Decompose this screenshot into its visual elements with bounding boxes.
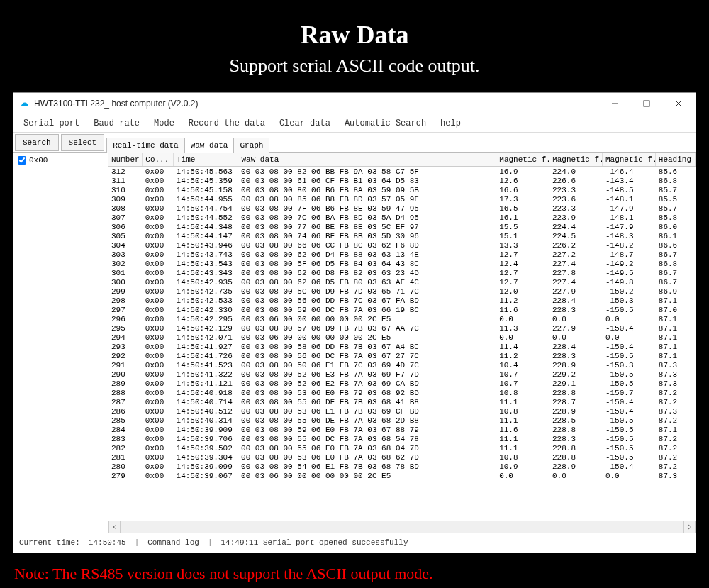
table-cell: 14:50:41.927 [174, 342, 239, 351]
table-row[interactable]: 3050x0014:50:44.14700 03 08 00 74 06 BF … [108, 231, 696, 240]
table-row[interactable]: 2900x0014:50:41.32200 03 08 00 52 06 E3 … [108, 370, 696, 379]
table-row[interactable]: 3030x0014:50:43.74300 03 08 00 62 06 D4 … [108, 250, 696, 259]
scroll-left-arrow[interactable] [108, 521, 121, 533]
table-cell: 87.1 [656, 323, 696, 333]
table-cell: -150.7 [603, 388, 656, 397]
col-co[interactable]: Co... [143, 153, 174, 167]
table-row[interactable]: 3090x0014:50:44.95500 03 08 00 85 06 B8 … [108, 194, 696, 204]
table-cell: 00 03 08 00 55 06 DE FB 7A 03 68 2D B8 [238, 416, 496, 425]
col-heading[interactable]: Heading [655, 153, 695, 167]
table-cell: 295 [108, 323, 143, 333]
table-cell: 288 [108, 388, 143, 397]
table-row[interactable]: 2830x0014:50:39.70600 03 08 00 55 06 DC … [108, 434, 696, 443]
table-cell: 15.5 [496, 222, 549, 231]
table-cell: 00 03 08 00 52 06 E3 FB 7A 03 69 F7 7D [238, 370, 496, 379]
table-row[interactable]: 2810x0014:50:39.30400 03 08 00 53 06 E0 … [108, 453, 696, 462]
table-row[interactable]: 3040x0014:50:43.94600 03 08 00 66 06 CC … [108, 240, 696, 250]
minimize-button[interactable] [598, 94, 630, 113]
close-button[interactable] [662, 94, 694, 113]
table-cell: 0x00 [143, 453, 174, 462]
table-row[interactable]: 2910x0014:50:41.52300 03 08 00 50 06 E1 … [108, 360, 696, 370]
table-cell: 0x00 [143, 231, 174, 240]
col-mag2[interactable]: Magnetic f... [549, 153, 603, 167]
col-mag3[interactable]: Magnetic f... [602, 153, 655, 167]
table-cell: 86.6 [656, 240, 696, 250]
table-row[interactable]: 2960x0014:50:42.29500 03 06 00 00 00 00 … [108, 314, 696, 323]
col-time[interactable]: Time [173, 153, 238, 167]
menu-serial-port[interactable]: Serial port [18, 116, 85, 131]
table-cell: 310 [108, 185, 143, 194]
table-row[interactable]: 2890x0014:50:41.12100 03 08 00 52 06 E2 … [108, 379, 696, 388]
table-row[interactable]: 2800x0014:50:39.09900 03 08 00 54 06 E1 … [108, 462, 696, 471]
current-time-label: Current time: [19, 538, 80, 547]
device-checkbox-row[interactable]: 0x00 [18, 156, 104, 165]
table-row[interactable]: 2990x0014:50:42.73500 03 08 00 5C 06 D9 … [108, 287, 696, 296]
device-checkbox[interactable] [18, 156, 26, 165]
table-cell: 10.9 [496, 462, 549, 471]
menu-clear[interactable]: Clear data [274, 116, 336, 131]
table-row[interactable]: 2790x0014:50:39.06700 03 06 00 00 00 00 … [108, 471, 696, 480]
search-button[interactable]: Search [15, 134, 59, 151]
menu-record[interactable]: Record the data [183, 116, 271, 131]
menu-help[interactable]: help [435, 116, 467, 131]
maximize-button[interactable] [630, 94, 662, 113]
table-row[interactable]: 2850x0014:50:40.31400 03 08 00 55 06 DE … [108, 416, 696, 425]
table-cell: 00 03 08 00 74 06 BF FB 8B 03 5D 30 96 [238, 231, 496, 240]
table-row[interactable]: 2940x0014:50:42.07100 03 06 00 00 00 00 … [108, 333, 696, 342]
table-cell: 0x00 [143, 185, 174, 194]
table-cell: 11.2 [496, 296, 549, 305]
table-row[interactable]: 2840x0014:50:39.90900 03 08 00 59 06 E0 … [108, 425, 696, 434]
table-cell: 0x00 [143, 434, 174, 443]
table-row[interactable]: 2930x0014:50:41.92700 03 08 00 58 06 DD … [108, 342, 696, 351]
table-cell: 282 [108, 443, 143, 453]
table-cell: 87.3 [656, 370, 696, 379]
menu-auto-search[interactable]: Automatic Search [339, 116, 432, 131]
table-cell: 87.1 [656, 342, 696, 351]
table-cell: 298 [108, 296, 143, 305]
table-row[interactable]: 2880x0014:50:40.91800 03 08 00 53 06 E0 … [108, 388, 696, 397]
table-cell: 228.3 [549, 305, 603, 314]
table-row[interactable]: 3010x0014:50:43.34300 03 08 00 62 06 D8 … [108, 268, 696, 277]
table-cell: -150.4 [603, 342, 656, 351]
table-cell: 0x00 [143, 250, 174, 259]
table-row[interactable]: 2920x0014:50:41.72600 03 08 00 56 06 DC … [108, 351, 696, 360]
table-row[interactable]: 3080x0014:50:44.75400 03 08 00 7F 06 B6 … [108, 204, 696, 213]
table-cell: 227.4 [549, 259, 603, 268]
table-cell: 228.8 [549, 425, 603, 434]
table-cell: 302 [108, 259, 143, 268]
tab-graph[interactable]: Graph [233, 138, 269, 153]
col-raw[interactable]: Waw data [238, 153, 496, 167]
table-row[interactable]: 2870x0014:50:40.71400 03 08 00 55 06 DF … [108, 397, 696, 406]
table-cell: 224.4 [549, 222, 603, 231]
scroll-right-arrow[interactable] [683, 521, 696, 533]
table-row[interactable]: 3060x0014:50:44.34800 03 08 00 77 06 BE … [108, 222, 696, 231]
horizontal-scrollbar[interactable] [108, 521, 696, 533]
table-row[interactable]: 2970x0014:50:42.33000 03 08 00 59 06 DC … [108, 305, 696, 314]
table-row[interactable]: 2980x0014:50:42.53300 03 08 00 56 06 DD … [108, 296, 696, 305]
tab-realtime[interactable]: Real-time data [106, 138, 184, 153]
table-row[interactable]: 3110x0014:50:45.35900 03 08 00 61 06 CF … [108, 176, 696, 185]
table-row[interactable]: 3100x0014:50:45.15800 03 08 00 80 06 B6 … [108, 185, 696, 194]
table-row[interactable]: 2820x0014:50:39.50200 03 08 00 55 06 E0 … [108, 443, 696, 453]
table-cell: 17.3 [496, 194, 549, 204]
table-row[interactable]: 3120x0014:50:45.56300 03 08 00 82 06 BB … [108, 167, 696, 176]
table-row[interactable]: 2950x0014:50:42.12900 03 08 00 57 06 D9 … [108, 323, 696, 333]
menu-mode[interactable]: Mode [148, 116, 180, 131]
table-cell: -150.5 [603, 416, 656, 425]
select-button[interactable]: Select [61, 134, 105, 151]
table-row[interactable]: 2860x0014:50:40.51200 03 08 00 53 06 E1 … [108, 406, 696, 416]
table-row[interactable]: 3020x0014:50:43.54300 03 08 00 5F 06 D5 … [108, 259, 696, 268]
scroll-track[interactable] [121, 521, 683, 533]
toolbar: Search Select Real-time data Waw data Gr… [13, 133, 696, 152]
table-cell: 290 [108, 370, 143, 379]
menu-baud-rate[interactable]: Baud rate [88, 116, 145, 131]
table-cell: -150.5 [603, 425, 656, 434]
table-cell: 227.9 [549, 323, 603, 333]
tab-raw-data[interactable]: Waw data [184, 138, 235, 153]
col-mag1[interactable]: Magnetic f... [496, 153, 549, 167]
app-window: HWT3100-TTL232_ host computer (V2.0.2) S… [13, 92, 696, 553]
col-number[interactable]: Number [108, 153, 143, 167]
table-row[interactable]: 3070x0014:50:44.55200 03 08 00 7C 06 BA … [108, 213, 696, 222]
table-row[interactable]: 3000x0014:50:42.93500 03 08 00 62 06 D5 … [108, 277, 696, 287]
table-cell: 16.9 [496, 167, 549, 176]
